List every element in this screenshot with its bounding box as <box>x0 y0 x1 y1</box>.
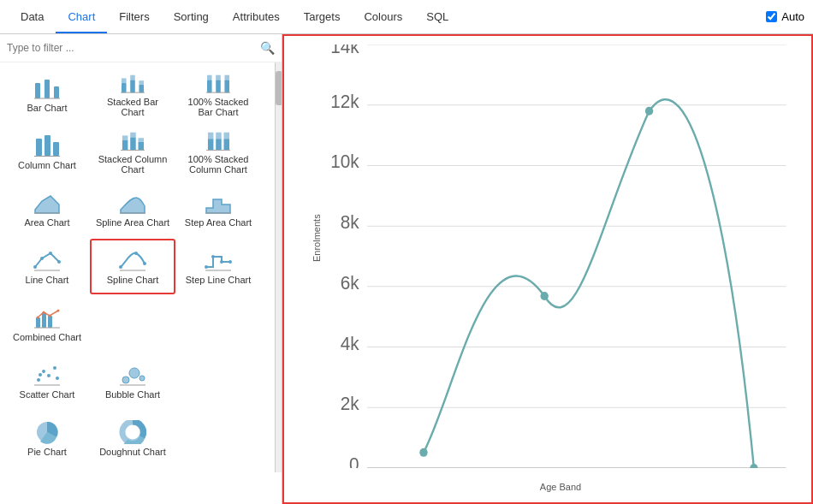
auto-checkbox-container: Auto <box>766 10 804 23</box>
chart-item-stacked-bar[interactable]: Stacked Bar Chart <box>90 67 175 122</box>
chart-row-line: Line Chart Spline Chart <box>4 239 270 294</box>
chart-row-bar: Bar Chart Stacked Bar Chart <box>4 67 270 122</box>
bar-chart-label: Bar Chart <box>27 103 67 113</box>
tab-chart[interactable]: Chart <box>56 2 107 33</box>
svg-point-50 <box>220 260 223 264</box>
svg-rect-6 <box>130 80 135 92</box>
pie-label: Pie Chart <box>27 447 67 457</box>
doughnut-icon <box>119 420 146 444</box>
svg-point-44 <box>119 265 122 269</box>
x-axis-label: Age Band <box>540 482 581 492</box>
svg-point-42 <box>57 260 61 264</box>
svg-rect-0 <box>35 83 40 98</box>
svg-point-68 <box>122 377 129 383</box>
search-input[interactable] <box>7 42 256 54</box>
chart-row-scatter: Scatter Chart Bubble Chart <box>4 353 270 409</box>
chart-item-spline-chart[interactable]: Spline Chart <box>90 239 175 294</box>
chart-item-area-chart[interactable]: Area Chart <box>4 181 90 237</box>
chart-item-doughnut[interactable]: Doughnut Chart <box>90 411 175 466</box>
combined-label: Combined Chart <box>13 332 81 342</box>
svg-text:6k: 6k <box>341 272 359 294</box>
svg-text:14k: 14k <box>330 44 359 57</box>
scatter-icon <box>33 363 61 387</box>
tab-sorting[interactable]: Sorting <box>162 2 221 33</box>
svg-point-92 <box>645 107 653 116</box>
100-stacked-bar-label: 100% Stacked Bar Chart <box>181 97 256 117</box>
svg-point-41 <box>49 252 52 255</box>
svg-point-62 <box>42 370 45 373</box>
chart-item-100-stacked-bar[interactable]: 100% Stacked Bar Chart <box>175 67 261 122</box>
chart-display-panel: Enrolments Age Band 0 2k 4k 6k <box>282 34 813 504</box>
tab-filters[interactable]: Filters <box>107 2 161 33</box>
chart-item-combined[interactable]: Combined Chart <box>4 296 90 352</box>
100-stacked-bar-icon <box>205 72 232 94</box>
tab-sql[interactable]: SQL <box>414 2 460 33</box>
scrollbar[interactable] <box>275 62 282 472</box>
svg-point-51 <box>228 260 232 264</box>
step-area-icon <box>205 191 232 215</box>
svg-rect-20 <box>53 142 59 156</box>
area-chart-icon <box>33 191 61 215</box>
stacked-bar-label: Stacked Bar Chart <box>95 97 170 117</box>
spline-area-label: Spline Area Chart <box>96 217 169 228</box>
main-content: 🔍 Bar Chart <box>0 34 813 504</box>
spline-area-icon <box>119 191 146 215</box>
svg-point-58 <box>49 315 51 317</box>
spline-chart-icon <box>119 248 146 272</box>
svg-rect-8 <box>139 85 144 92</box>
line-chart-icon <box>33 248 61 272</box>
chart-type-panel: 🔍 Bar Chart <box>0 34 282 504</box>
search-area: 🔍 <box>0 34 282 62</box>
svg-rect-14 <box>216 75 221 80</box>
line-chart-label: Line Chart <box>26 275 69 285</box>
tab-data[interactable]: Data <box>9 2 56 33</box>
100-stacked-column-icon <box>205 129 232 151</box>
svg-rect-24 <box>130 137 136 150</box>
chart-item-pie[interactable]: Pie Chart <box>4 411 90 466</box>
y-axis-label: Enrolments <box>312 214 322 262</box>
chart-item-line-chart[interactable]: Line Chart <box>4 239 90 294</box>
chart-item-stacked-column[interactable]: Stacked Column Chart <box>90 124 175 180</box>
chart-item-spline-area[interactable]: Spline Area Chart <box>90 181 175 237</box>
svg-point-48 <box>205 265 208 269</box>
tab-targets[interactable]: Targets <box>292 2 353 33</box>
step-area-label: Step Area Chart <box>185 217 252 228</box>
auto-checkbox-input[interactable] <box>766 11 777 22</box>
svg-point-39 <box>33 265 37 269</box>
svg-rect-25 <box>130 133 136 138</box>
chart-row-pie: Pie Chart Doughnut Chart <box>4 411 270 466</box>
svg-text:2k: 2k <box>341 394 359 415</box>
bubble-label: Bubble Chart <box>105 389 160 400</box>
stacked-bar-icon <box>119 72 146 94</box>
chart-row-combined: Combined Chart <box>4 296 270 352</box>
chart-item-scatter[interactable]: Scatter Chart <box>4 353 90 409</box>
svg-rect-9 <box>139 80 144 85</box>
tab-attributes[interactable]: Attributes <box>221 2 292 33</box>
svg-rect-30 <box>208 133 214 139</box>
chart-item-bubble[interactable]: Bubble Chart <box>90 353 175 409</box>
svg-rect-19 <box>45 135 50 156</box>
tab-colours[interactable]: Colours <box>352 2 414 33</box>
step-line-label: Step Line Chart <box>186 275 251 285</box>
chart-item-column-chart[interactable]: Column Chart <box>4 124 90 180</box>
svg-point-64 <box>53 366 56 370</box>
column-chart-icon <box>33 133 61 157</box>
svg-rect-54 <box>42 312 46 328</box>
svg-point-46 <box>143 262 146 265</box>
svg-rect-26 <box>139 142 145 150</box>
svg-rect-55 <box>48 316 52 328</box>
svg-text:0: 0 <box>349 454 359 468</box>
svg-rect-15 <box>224 80 229 92</box>
svg-point-49 <box>211 255 215 258</box>
svg-point-93 <box>750 464 757 468</box>
svg-point-40 <box>40 257 44 260</box>
chart-item-step-line[interactable]: Step Line Chart <box>175 239 261 294</box>
chart-item-bar-chart[interactable]: Bar Chart <box>4 67 90 122</box>
step-line-icon <box>205 248 232 272</box>
chart-item-step-area[interactable]: Step Area Chart <box>175 181 261 237</box>
svg-text:12k: 12k <box>330 91 359 112</box>
svg-point-63 <box>47 374 50 377</box>
svg-rect-12 <box>207 75 212 80</box>
scrollbar-thumb[interactable] <box>276 71 282 105</box>
chart-item-100-stacked-column[interactable]: 100% Stacked Column Chart <box>175 124 261 180</box>
